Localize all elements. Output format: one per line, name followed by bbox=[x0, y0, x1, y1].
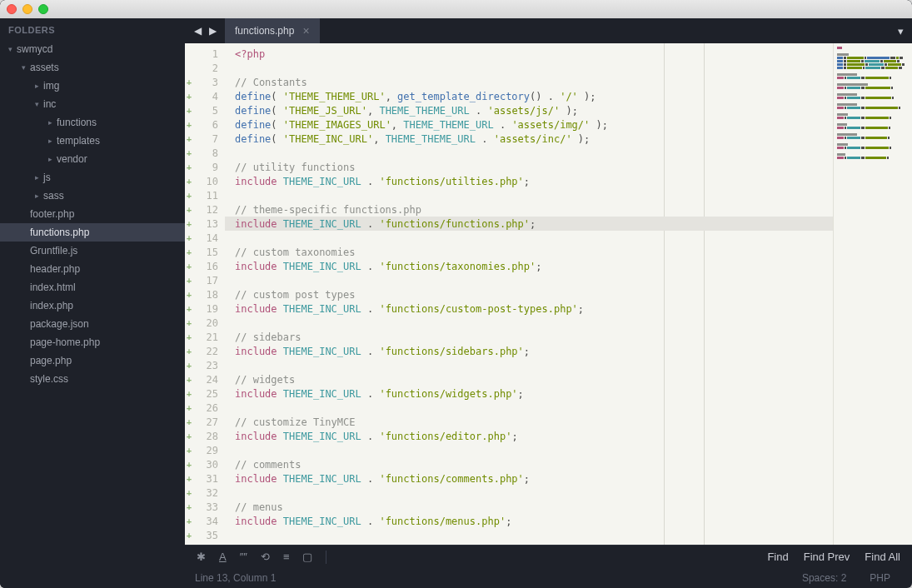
gutter[interactable]: 12+3+4+5+6+7+8+9+10+11+12+13+14+15+16+17… bbox=[185, 43, 225, 545]
tree-file[interactable]: page-home.php bbox=[0, 333, 185, 351]
gutter-line[interactable]: +19 bbox=[185, 301, 225, 316]
code-line[interactable]: include THEME_INC_URL . 'functions/utilt… bbox=[225, 174, 833, 188]
gutter-line[interactable]: +35 bbox=[185, 528, 225, 542]
gutter-line[interactable]: +5 bbox=[185, 103, 225, 117]
gutter-line[interactable]: +18 bbox=[185, 287, 225, 301]
gutter-line[interactable]: +12 bbox=[185, 202, 225, 217]
code-line[interactable] bbox=[225, 188, 833, 202]
tree-file[interactable]: functions.php bbox=[0, 223, 185, 242]
selection-icon[interactable]: ≡ bbox=[283, 551, 290, 563]
code-line[interactable]: // theme-specific functions.php bbox=[225, 202, 833, 217]
tab-menu-icon[interactable]: ▾ bbox=[890, 18, 912, 43]
gutter-line[interactable]: +20 bbox=[185, 316, 225, 330]
tree-file[interactable]: Gruntfile.js bbox=[0, 242, 185, 260]
code-line[interactable]: include THEME_INC_URL . 'functions/funct… bbox=[225, 217, 833, 231]
gutter-line[interactable]: +22 bbox=[185, 344, 225, 358]
code-line[interactable]: include THEME_INC_URL . 'functions/taxon… bbox=[225, 259, 833, 273]
tab-next-icon[interactable]: ▶ bbox=[207, 25, 218, 37]
whole-word-icon[interactable]: ″″ bbox=[240, 551, 247, 563]
chevron-right-icon[interactable]: ▸ bbox=[32, 172, 42, 182]
gutter-line[interactable]: +33 bbox=[185, 500, 225, 514]
find-button[interactable]: Find bbox=[767, 551, 788, 563]
tree-folder[interactable]: ▸templates bbox=[0, 132, 185, 150]
tree-folder[interactable]: ▸functions bbox=[0, 113, 185, 132]
code-line[interactable]: include THEME_INC_URL . 'functions/edito… bbox=[225, 429, 833, 443]
code-line[interactable] bbox=[225, 443, 833, 457]
tree-folder[interactable]: ▸js bbox=[0, 168, 185, 187]
tree-file[interactable]: footer.php bbox=[0, 205, 185, 223]
gutter-line[interactable]: 1 bbox=[185, 47, 225, 61]
code-line[interactable]: // custom taxonomies bbox=[225, 245, 833, 259]
status-lang[interactable]: PHP bbox=[858, 572, 902, 584]
chevron-right-icon[interactable]: ▸ bbox=[45, 154, 55, 164]
code-line[interactable]: // widgets bbox=[225, 372, 833, 386]
status-spaces[interactable]: Spaces: 2 bbox=[790, 572, 858, 584]
gutter-line[interactable]: +15 bbox=[185, 245, 225, 259]
code-line[interactable]: include THEME_INC_URL . 'functions/comme… bbox=[225, 471, 833, 486]
tree-file[interactable]: header.php bbox=[0, 260, 185, 278]
chevron-right-icon[interactable]: ▸ bbox=[45, 117, 55, 127]
status-position[interactable]: Line 13, Column 1 bbox=[195, 572, 276, 584]
tree-folder[interactable]: ▾assets bbox=[0, 58, 185, 77]
code-line[interactable] bbox=[225, 61, 833, 75]
code-line[interactable] bbox=[225, 273, 833, 287]
case-icon[interactable]: A bbox=[219, 551, 227, 563]
code-line[interactable]: define( 'THEME_THEME_URL', get_template_… bbox=[225, 89, 833, 103]
gutter-line[interactable]: +28 bbox=[185, 429, 225, 443]
gutter-line[interactable]: +11 bbox=[185, 188, 225, 202]
gutter-line[interactable]: +29 bbox=[185, 443, 225, 457]
code-line[interactable]: // Constants bbox=[225, 75, 833, 89]
gutter-line[interactable]: +8 bbox=[185, 146, 225, 160]
code-line[interactable] bbox=[225, 316, 833, 330]
find-all-button[interactable]: Find All bbox=[865, 551, 900, 563]
tree-folder[interactable]: ▸vendor bbox=[0, 150, 185, 168]
code-line[interactable] bbox=[225, 358, 833, 372]
code-line[interactable]: // customize TinyMCE bbox=[225, 415, 833, 429]
gutter-line[interactable]: +34 bbox=[185, 514, 225, 528]
gutter-line[interactable]: +4 bbox=[185, 89, 225, 103]
code-line[interactable]: include THEME_INC_URL . 'functions/widge… bbox=[225, 386, 833, 401]
code-line[interactable]: // utility functions bbox=[225, 160, 833, 174]
tab-close-icon[interactable]: × bbox=[302, 24, 309, 37]
gutter-line[interactable]: +13 bbox=[185, 217, 225, 231]
code-body[interactable]: <?php// Constantsdefine( 'THEME_THEME_UR… bbox=[225, 43, 833, 545]
code-line[interactable] bbox=[225, 486, 833, 500]
code-view[interactable]: 12+3+4+5+6+7+8+9+10+11+12+13+14+15+16+17… bbox=[185, 43, 912, 545]
code-line[interactable]: include THEME_INC_URL . 'functions/menus… bbox=[225, 514, 833, 528]
gutter-line[interactable]: +31 bbox=[185, 471, 225, 486]
tree-file[interactable]: package.json bbox=[0, 315, 185, 333]
chevron-down-icon[interactable]: ▾ bbox=[5, 44, 15, 54]
tree-file[interactable]: index.php bbox=[0, 296, 185, 315]
titlebar[interactable] bbox=[0, 0, 912, 18]
gutter-line[interactable]: +30 bbox=[185, 457, 225, 471]
code-line[interactable]: // custom post types bbox=[225, 287, 833, 301]
code-line[interactable]: <?php bbox=[225, 47, 833, 61]
gutter-line[interactable]: +27 bbox=[185, 415, 225, 429]
gutter-line[interactable]: +6 bbox=[185, 117, 225, 132]
gutter-line[interactable]: +3 bbox=[185, 75, 225, 89]
folder-tree[interactable]: ▾swmycd▾assets▸img▾inc▸functions▸templat… bbox=[0, 40, 185, 588]
gutter-line[interactable]: +17 bbox=[185, 273, 225, 287]
gutter-line[interactable]: +14 bbox=[185, 231, 225, 245]
gutter-line[interactable]: +7 bbox=[185, 132, 225, 146]
chevron-right-icon[interactable]: ▸ bbox=[32, 191, 42, 201]
tree-folder[interactable]: ▾swmycd bbox=[0, 40, 185, 58]
code-line[interactable] bbox=[225, 528, 833, 542]
minimize-icon[interactable] bbox=[22, 4, 32, 14]
find-prev-button[interactable]: Find Prev bbox=[804, 551, 850, 563]
gutter-line[interactable]: +21 bbox=[185, 330, 225, 344]
gutter-line[interactable]: +16 bbox=[185, 259, 225, 273]
chevron-down-icon[interactable]: ▾ bbox=[32, 99, 42, 109]
gutter-line[interactable]: +24 bbox=[185, 372, 225, 386]
gutter-line[interactable]: +23 bbox=[185, 358, 225, 372]
code-line[interactable]: // comments bbox=[225, 457, 833, 471]
code-line[interactable]: define( 'THEME_INC_URL', THEME_THEME_URL… bbox=[225, 132, 833, 146]
chevron-right-icon[interactable]: ▸ bbox=[32, 81, 42, 91]
code-line[interactable]: include THEME_INC_URL . 'functions/sideb… bbox=[225, 344, 833, 358]
chevron-right-icon[interactable]: ▸ bbox=[45, 136, 55, 146]
gutter-line[interactable]: +26 bbox=[185, 401, 225, 415]
maximize-icon[interactable] bbox=[38, 4, 48, 14]
tree-folder[interactable]: ▸sass bbox=[0, 187, 185, 205]
tree-folder[interactable]: ▸img bbox=[0, 77, 185, 95]
code-line[interactable]: define( 'THEME_JS_URL', THEME_THEME_URL … bbox=[225, 103, 833, 117]
